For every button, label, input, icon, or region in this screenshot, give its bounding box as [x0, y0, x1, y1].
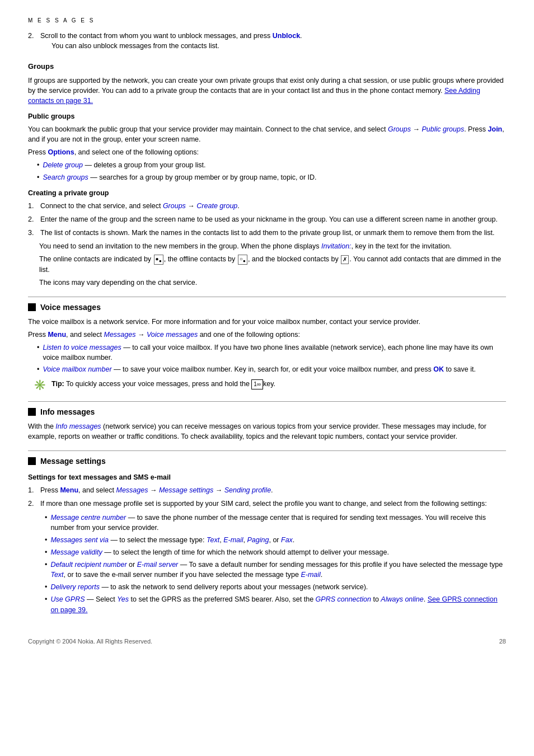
delete-group-link[interactable]: Delete group	[43, 161, 83, 169]
messages-sent-via-link[interactable]: Messages sent via	[50, 536, 109, 544]
invitation-note: You need to send an invitation to the ne…	[28, 241, 506, 288]
delivery-reports-link[interactable]: Delivery reports	[50, 583, 100, 591]
options-link[interactable]: Options	[48, 148, 74, 156]
copyright-text: Copyright © 2004 Nokia. All Rights Reser…	[28, 637, 152, 646]
listen-voice-link[interactable]: Listen to voice messages	[43, 344, 121, 351]
bullet-delete-group: Delete group — deletes a group from your…	[28, 160, 506, 170]
sub-bullet-default-recipient: Default recipient number or E-mail serve…	[28, 560, 506, 580]
create-group-link[interactable]: Create group	[196, 202, 237, 210]
settings-sub-bullets: Message centre number — to save the phon…	[28, 513, 506, 615]
gprs-connection-link[interactable]: GPRS connection	[316, 595, 371, 603]
paging-link[interactable]: Paging	[247, 536, 269, 544]
groups-link[interactable]: Groups	[388, 125, 411, 133]
unblock-link[interactable]: Unblock	[273, 32, 300, 40]
creating-item-2: 2. Enter the name of the group and the s…	[28, 214, 506, 224]
info-messages-section-header: Info messages	[28, 401, 506, 417]
messages-link-voice[interactable]: Messages	[104, 331, 135, 339]
page-header: M e s s a g e s	[28, 17, 506, 25]
adding-contacts-link[interactable]: See Adding contacts on page 31.	[28, 87, 480, 105]
creating-item-3: 3. The list of contacts is shown. Mark t…	[28, 228, 506, 238]
offline-icon: ○●	[238, 255, 247, 265]
fax-link[interactable]: Fax	[281, 536, 293, 544]
settings-item-1: 1. Press Menu, and select Messages → Mes…	[28, 485, 506, 495]
voice-messages-bullets: Listen to voice messages — to call your …	[28, 342, 506, 374]
public-groups-intro: You can bookmark the public group that y…	[28, 124, 506, 144]
delete-group-text: — deletes a group from your group list.	[83, 161, 206, 169]
tip-row: ✳️ Tip: To quickly access your voice mes…	[28, 379, 506, 392]
invitation-link[interactable]: Invitation:	[321, 242, 352, 250]
numbered-item-2: 2. Scroll to the contact from whom you w…	[28, 31, 506, 54]
arrow1: →	[413, 125, 420, 133]
groups-intro: If groups are supported by the network, …	[28, 76, 506, 106]
item-text: Scroll to the contact from whom you want…	[40, 32, 273, 40]
voice-messages-icon	[28, 303, 36, 311]
creating-private-group-heading: Creating a private group	[28, 188, 506, 198]
info-messages-link[interactable]: Info messages	[55, 422, 101, 430]
messages-link-settings[interactable]: Messages	[116, 486, 148, 494]
message-settings-link[interactable]: Message settings	[159, 486, 213, 494]
bullet-search-groups: Search groups — searches for a group by …	[28, 172, 506, 182]
menu-link-settings[interactable]: Menu	[60, 486, 78, 494]
voice-mailbox-number-link[interactable]: Voice mailbox number	[43, 365, 111, 373]
sub-bullet-delivery-reports: Delivery reports — to ask the network to…	[28, 582, 506, 592]
default-recipient-link[interactable]: Default recipient number	[50, 561, 127, 569]
options-text: Press Options, and select one of the fol…	[28, 147, 506, 157]
ok-link[interactable]: OK	[433, 365, 444, 373]
voice-messages-section: Voice messages The voice mailbox is a ne…	[28, 297, 506, 392]
voice-messages-menu-text: Press Menu, and select Messages → Voice …	[28, 330, 506, 340]
text-link-2[interactable]: Text	[50, 571, 63, 579]
voice-mailbox-text: — to save your voice mailbox number. Key…	[112, 365, 434, 373]
public-groups-link[interactable]: Public groups	[421, 125, 464, 133]
message-settings-section: Message settings Settings for text messa…	[28, 450, 506, 615]
menu-link-voice[interactable]: Menu	[48, 331, 66, 339]
tip-icon: ✳️	[34, 378, 46, 392]
sub-bullet-use-gprs: Use GPRS — Select Yes to set the GPRS as…	[28, 594, 506, 614]
groups-heading: Groups	[28, 62, 506, 72]
email-link-2[interactable]: E-mail	[301, 571, 320, 579]
info-messages-text: With the Info messages (network service)…	[28, 421, 506, 442]
item-number: 2.	[28, 31, 40, 54]
always-online-link[interactable]: Always online	[381, 595, 423, 603]
search-groups-text: — searches for a group by group member o…	[88, 173, 317, 181]
message-validity-link[interactable]: Message validity	[50, 548, 102, 556]
subtext: You can also unblock messages from the c…	[40, 41, 506, 51]
message-settings-section-header: Message settings	[28, 450, 506, 467]
info-messages-heading: Info messages	[40, 406, 95, 417]
use-gprs-link[interactable]: Use GPRS	[50, 595, 85, 603]
voice-messages-link[interactable]: Voice messages	[147, 331, 198, 339]
blocked-icon: ✗	[341, 255, 349, 265]
message-settings-icon	[28, 457, 36, 465]
text-link[interactable]: Text	[207, 536, 219, 544]
sub-bullet-message-validity: Message validity — to select the length …	[28, 547, 506, 557]
page-footer: Copyright © 2004 Nokia. All Rights Reser…	[28, 637, 506, 646]
groups-section: Groups If groups are supported by the ne…	[28, 62, 506, 288]
voice-messages-intro: The voice mailbox is a network service. …	[28, 317, 506, 327]
sub-bullet-messages-sent-via: Messages sent via — to select the messag…	[28, 535, 506, 545]
sub-bullet-message-centre: Message centre number — to save the phon…	[28, 513, 506, 533]
sms-settings-heading: Settings for text messages and SMS e-mai…	[28, 472, 506, 482]
key-symbol: 1∞	[251, 379, 263, 390]
public-groups-heading: Public groups	[28, 111, 506, 121]
search-groups-link[interactable]: Search groups	[43, 173, 88, 181]
intro-section: 2. Scroll to the contact from whom you w…	[28, 31, 506, 54]
groups-link-2[interactable]: Groups	[163, 202, 186, 210]
page-number: 28	[499, 637, 506, 646]
join-link[interactable]: Join	[488, 125, 503, 133]
item-content: Scroll to the contact from whom you want…	[40, 31, 506, 54]
email-link[interactable]: E-mail	[223, 536, 243, 544]
bullet-listen-voice: Listen to voice messages — to call your …	[28, 342, 506, 363]
sending-profile-link[interactable]: Sending profile	[224, 486, 271, 494]
info-messages-section: Info messages With the Info messages (ne…	[28, 401, 506, 442]
email-server-link[interactable]: E-mail server	[137, 561, 179, 569]
creating-item-3-text: The list of contacts is shown. Mark the …	[40, 228, 506, 238]
item-text-end: .	[300, 32, 302, 40]
creating-item-2-text: Enter the name of the group and the scre…	[40, 214, 506, 224]
public-groups-bullets: Delete group — deletes a group from your…	[28, 160, 506, 182]
message-centre-number-link[interactable]: Message centre number	[50, 514, 126, 522]
tip-text: Tip: To quickly access your voice messag…	[51, 379, 275, 389]
voice-messages-section-header: Voice messages	[28, 297, 506, 313]
online-icon: ●●	[154, 255, 163, 265]
yes-link[interactable]: Yes	[117, 595, 129, 603]
voice-save-text: to save it.	[444, 365, 476, 373]
info-messages-icon	[28, 408, 36, 416]
